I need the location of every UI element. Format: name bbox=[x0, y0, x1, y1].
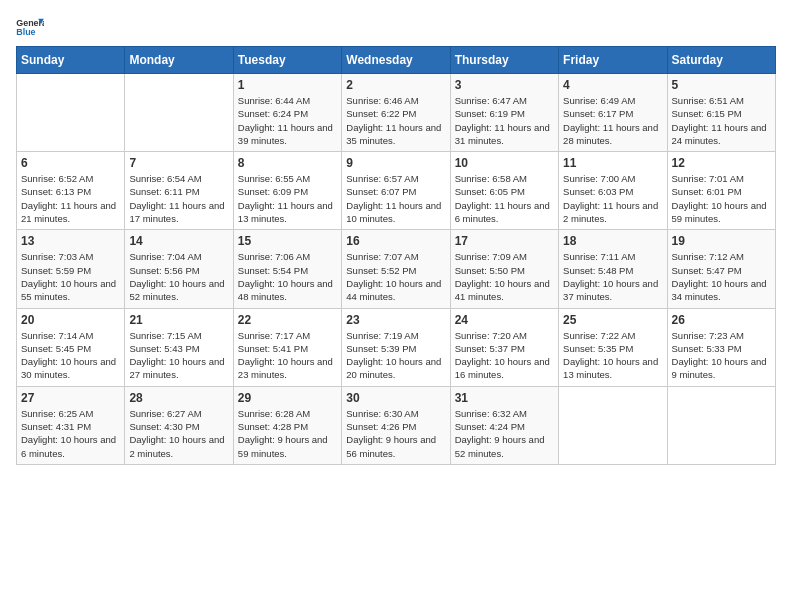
day-info: Sunrise: 6:57 AMSunset: 6:07 PMDaylight:… bbox=[346, 172, 445, 225]
page-header: General Blue bbox=[16, 16, 776, 38]
day-number: 16 bbox=[346, 234, 445, 248]
day-info: Sunrise: 7:06 AMSunset: 5:54 PMDaylight:… bbox=[238, 250, 337, 303]
calendar-row: 13 Sunrise: 7:03 AMSunset: 5:59 PMDaylig… bbox=[17, 230, 776, 308]
day-info: Sunrise: 7:11 AMSunset: 5:48 PMDaylight:… bbox=[563, 250, 662, 303]
calendar-cell: 26 Sunrise: 7:23 AMSunset: 5:33 PMDaylig… bbox=[667, 308, 775, 386]
day-number: 29 bbox=[238, 391, 337, 405]
calendar-cell: 12 Sunrise: 7:01 AMSunset: 6:01 PMDaylig… bbox=[667, 152, 775, 230]
calendar-cell: 9 Sunrise: 6:57 AMSunset: 6:07 PMDayligh… bbox=[342, 152, 450, 230]
calendar-table: SundayMondayTuesdayWednesdayThursdayFrid… bbox=[16, 46, 776, 465]
day-number: 28 bbox=[129, 391, 228, 405]
day-info: Sunrise: 7:09 AMSunset: 5:50 PMDaylight:… bbox=[455, 250, 554, 303]
calendar-cell bbox=[17, 74, 125, 152]
calendar-cell: 3 Sunrise: 6:47 AMSunset: 6:19 PMDayligh… bbox=[450, 74, 558, 152]
calendar-cell: 21 Sunrise: 7:15 AMSunset: 5:43 PMDaylig… bbox=[125, 308, 233, 386]
day-number: 4 bbox=[563, 78, 662, 92]
day-number: 6 bbox=[21, 156, 120, 170]
day-number: 8 bbox=[238, 156, 337, 170]
calendar-cell: 6 Sunrise: 6:52 AMSunset: 6:13 PMDayligh… bbox=[17, 152, 125, 230]
weekday-header: Monday bbox=[125, 47, 233, 74]
calendar-cell bbox=[667, 386, 775, 464]
day-number: 25 bbox=[563, 313, 662, 327]
day-number: 31 bbox=[455, 391, 554, 405]
day-info: Sunrise: 7:03 AMSunset: 5:59 PMDaylight:… bbox=[21, 250, 120, 303]
calendar-cell: 29 Sunrise: 6:28 AMSunset: 4:28 PMDaylig… bbox=[233, 386, 341, 464]
day-number: 13 bbox=[21, 234, 120, 248]
day-info: Sunrise: 7:22 AMSunset: 5:35 PMDaylight:… bbox=[563, 329, 662, 382]
weekday-header: Saturday bbox=[667, 47, 775, 74]
day-number: 9 bbox=[346, 156, 445, 170]
day-number: 10 bbox=[455, 156, 554, 170]
weekday-header: Wednesday bbox=[342, 47, 450, 74]
calendar-cell: 18 Sunrise: 7:11 AMSunset: 5:48 PMDaylig… bbox=[559, 230, 667, 308]
day-info: Sunrise: 6:44 AMSunset: 6:24 PMDaylight:… bbox=[238, 94, 337, 147]
weekday-header: Sunday bbox=[17, 47, 125, 74]
logo-icon: General Blue bbox=[16, 16, 44, 38]
day-number: 3 bbox=[455, 78, 554, 92]
calendar-cell: 15 Sunrise: 7:06 AMSunset: 5:54 PMDaylig… bbox=[233, 230, 341, 308]
day-number: 22 bbox=[238, 313, 337, 327]
day-info: Sunrise: 7:14 AMSunset: 5:45 PMDaylight:… bbox=[21, 329, 120, 382]
calendar-cell: 23 Sunrise: 7:19 AMSunset: 5:39 PMDaylig… bbox=[342, 308, 450, 386]
day-info: Sunrise: 6:30 AMSunset: 4:26 PMDaylight:… bbox=[346, 407, 445, 460]
calendar-row: 6 Sunrise: 6:52 AMSunset: 6:13 PMDayligh… bbox=[17, 152, 776, 230]
day-number: 30 bbox=[346, 391, 445, 405]
day-info: Sunrise: 6:58 AMSunset: 6:05 PMDaylight:… bbox=[455, 172, 554, 225]
calendar-cell: 5 Sunrise: 6:51 AMSunset: 6:15 PMDayligh… bbox=[667, 74, 775, 152]
svg-text:Blue: Blue bbox=[16, 27, 35, 37]
day-number: 23 bbox=[346, 313, 445, 327]
day-info: Sunrise: 6:28 AMSunset: 4:28 PMDaylight:… bbox=[238, 407, 337, 460]
calendar-cell: 22 Sunrise: 7:17 AMSunset: 5:41 PMDaylig… bbox=[233, 308, 341, 386]
day-info: Sunrise: 6:47 AMSunset: 6:19 PMDaylight:… bbox=[455, 94, 554, 147]
day-number: 27 bbox=[21, 391, 120, 405]
weekday-header: Thursday bbox=[450, 47, 558, 74]
day-number: 1 bbox=[238, 78, 337, 92]
day-number: 26 bbox=[672, 313, 771, 327]
day-info: Sunrise: 7:19 AMSunset: 5:39 PMDaylight:… bbox=[346, 329, 445, 382]
day-number: 15 bbox=[238, 234, 337, 248]
day-info: Sunrise: 6:27 AMSunset: 4:30 PMDaylight:… bbox=[129, 407, 228, 460]
calendar-cell: 17 Sunrise: 7:09 AMSunset: 5:50 PMDaylig… bbox=[450, 230, 558, 308]
day-info: Sunrise: 7:12 AMSunset: 5:47 PMDaylight:… bbox=[672, 250, 771, 303]
calendar-cell bbox=[125, 74, 233, 152]
calendar-cell: 28 Sunrise: 6:27 AMSunset: 4:30 PMDaylig… bbox=[125, 386, 233, 464]
calendar-cell: 27 Sunrise: 6:25 AMSunset: 4:31 PMDaylig… bbox=[17, 386, 125, 464]
day-info: Sunrise: 7:00 AMSunset: 6:03 PMDaylight:… bbox=[563, 172, 662, 225]
day-number: 11 bbox=[563, 156, 662, 170]
calendar-cell: 30 Sunrise: 6:30 AMSunset: 4:26 PMDaylig… bbox=[342, 386, 450, 464]
day-number: 24 bbox=[455, 313, 554, 327]
calendar-cell: 25 Sunrise: 7:22 AMSunset: 5:35 PMDaylig… bbox=[559, 308, 667, 386]
calendar-cell: 14 Sunrise: 7:04 AMSunset: 5:56 PMDaylig… bbox=[125, 230, 233, 308]
day-number: 2 bbox=[346, 78, 445, 92]
day-info: Sunrise: 7:15 AMSunset: 5:43 PMDaylight:… bbox=[129, 329, 228, 382]
weekday-row: SundayMondayTuesdayWednesdayThursdayFrid… bbox=[17, 47, 776, 74]
calendar-cell: 20 Sunrise: 7:14 AMSunset: 5:45 PMDaylig… bbox=[17, 308, 125, 386]
day-info: Sunrise: 6:51 AMSunset: 6:15 PMDaylight:… bbox=[672, 94, 771, 147]
day-number: 18 bbox=[563, 234, 662, 248]
weekday-header: Tuesday bbox=[233, 47, 341, 74]
calendar-cell: 19 Sunrise: 7:12 AMSunset: 5:47 PMDaylig… bbox=[667, 230, 775, 308]
calendar-cell: 13 Sunrise: 7:03 AMSunset: 5:59 PMDaylig… bbox=[17, 230, 125, 308]
day-number: 12 bbox=[672, 156, 771, 170]
day-info: Sunrise: 6:54 AMSunset: 6:11 PMDaylight:… bbox=[129, 172, 228, 225]
calendar-cell: 1 Sunrise: 6:44 AMSunset: 6:24 PMDayligh… bbox=[233, 74, 341, 152]
day-info: Sunrise: 6:49 AMSunset: 6:17 PMDaylight:… bbox=[563, 94, 662, 147]
calendar-cell: 4 Sunrise: 6:49 AMSunset: 6:17 PMDayligh… bbox=[559, 74, 667, 152]
calendar-cell: 7 Sunrise: 6:54 AMSunset: 6:11 PMDayligh… bbox=[125, 152, 233, 230]
day-info: Sunrise: 6:46 AMSunset: 6:22 PMDaylight:… bbox=[346, 94, 445, 147]
day-info: Sunrise: 7:23 AMSunset: 5:33 PMDaylight:… bbox=[672, 329, 771, 382]
calendar-cell: 24 Sunrise: 7:20 AMSunset: 5:37 PMDaylig… bbox=[450, 308, 558, 386]
calendar-cell: 16 Sunrise: 7:07 AMSunset: 5:52 PMDaylig… bbox=[342, 230, 450, 308]
day-info: Sunrise: 6:52 AMSunset: 6:13 PMDaylight:… bbox=[21, 172, 120, 225]
day-number: 19 bbox=[672, 234, 771, 248]
logo: General Blue bbox=[16, 16, 44, 38]
day-number: 7 bbox=[129, 156, 228, 170]
weekday-header: Friday bbox=[559, 47, 667, 74]
day-number: 17 bbox=[455, 234, 554, 248]
day-number: 5 bbox=[672, 78, 771, 92]
day-info: Sunrise: 6:32 AMSunset: 4:24 PMDaylight:… bbox=[455, 407, 554, 460]
day-info: Sunrise: 7:20 AMSunset: 5:37 PMDaylight:… bbox=[455, 329, 554, 382]
day-info: Sunrise: 6:25 AMSunset: 4:31 PMDaylight:… bbox=[21, 407, 120, 460]
day-number: 14 bbox=[129, 234, 228, 248]
calendar-row: 1 Sunrise: 6:44 AMSunset: 6:24 PMDayligh… bbox=[17, 74, 776, 152]
